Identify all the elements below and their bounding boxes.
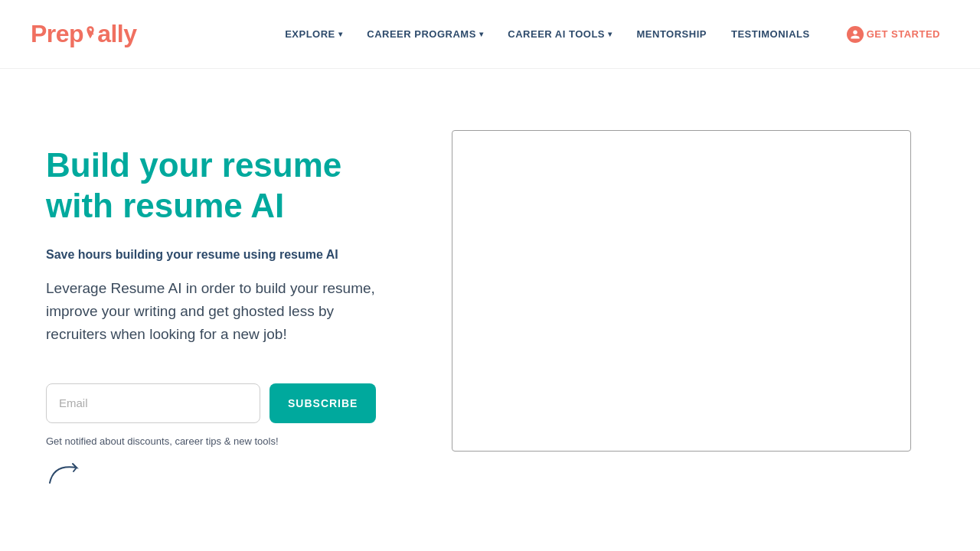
user-icon: [850, 29, 861, 40]
right-column: [429, 115, 934, 520]
video-embed-placeholder: [452, 130, 911, 452]
hero-heading: Build your resume with resume AI: [46, 145, 398, 227]
email-subscribe-row: SUBSCRIBE: [46, 383, 398, 423]
get-started-link[interactable]: GET STARTED: [838, 20, 949, 49]
logo-pin-icon: [84, 25, 96, 41]
chevron-down-icon: ▾: [479, 30, 484, 38]
nav-link-career-ai-tools[interactable]: CAREER AI TOOLS ▾: [498, 22, 621, 46]
arrow-curve-icon: [46, 456, 92, 487]
nav-item-career-ai-tools[interactable]: CAREER AI TOOLS ▾: [498, 22, 621, 46]
chevron-down-icon: ▾: [608, 30, 612, 38]
nav-item-career-programs[interactable]: CAREER PROGRAMS ▾: [358, 22, 492, 46]
main-nav: Prep ally EXPLORE ▾ CAREER PROGRAMS ▾ CA…: [0, 0, 980, 69]
nav-item-mentorship[interactable]: MENTORSHIP: [628, 22, 716, 46]
nav-links: EXPLORE ▾ CAREER PROGRAMS ▾ CAREER AI TO…: [276, 20, 949, 49]
nav-link-explore[interactable]: EXPLORE ▾: [276, 22, 351, 46]
nav-link-mentorship[interactable]: MENTORSHIP: [628, 22, 716, 46]
logo-text-part1: Prep: [31, 20, 83, 48]
chevron-down-icon: ▾: [338, 30, 343, 38]
nav-item-testimonials[interactable]: TESTIMONIALS: [722, 22, 819, 46]
hero-description: Leverage Resume AI in order to build you…: [46, 277, 398, 347]
notification-text: Get notified about discounts, career tip…: [46, 435, 398, 447]
nav-item-get-started[interactable]: GET STARTED: [825, 20, 949, 49]
nav-item-explore[interactable]: EXPLORE ▾: [276, 22, 351, 46]
account-icon: [847, 26, 864, 43]
subscribe-button[interactable]: SUBSCRIBE: [270, 383, 376, 423]
left-column: Build your resume with resume AI Save ho…: [46, 115, 398, 520]
logo[interactable]: Prep ally: [31, 20, 137, 48]
logo-text-part2: ally: [97, 20, 136, 48]
email-input[interactable]: [46, 383, 260, 423]
main-content: Build your resume with resume AI Save ho…: [0, 69, 980, 551]
nav-link-testimonials[interactable]: TESTIMONIALS: [722, 22, 819, 46]
hero-subheading: Save hours building your resume using re…: [46, 248, 398, 262]
nav-link-career-programs[interactable]: CAREER PROGRAMS ▾: [358, 22, 492, 46]
